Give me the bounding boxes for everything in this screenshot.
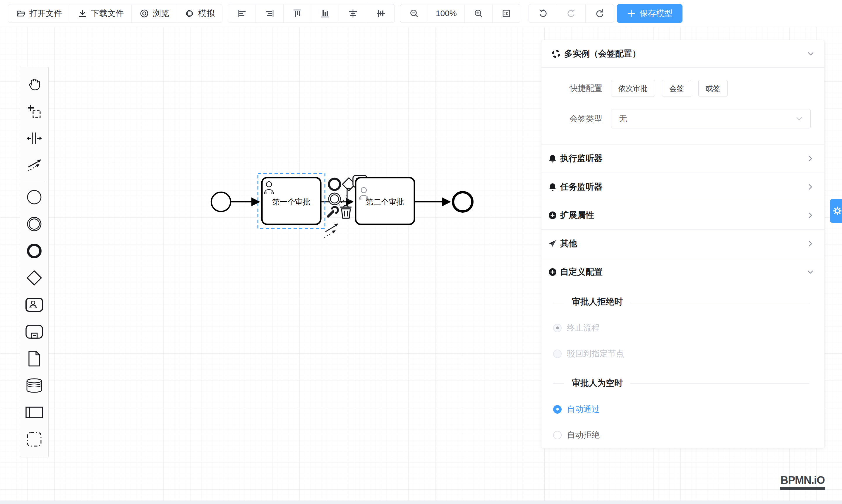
chevron-right-icon (807, 183, 814, 191)
radio-label: 自动拒绝 (567, 429, 600, 440)
task1-label: 第一个审批 (272, 197, 310, 206)
or-sign-button[interactable]: 或签 (698, 80, 727, 97)
section-label: 执行监听器 (560, 153, 602, 164)
quick-config-row: 快捷配置 依次审批 会签 或签 (541, 80, 824, 97)
panel-title: 多实例（会签配置） (564, 48, 641, 60)
radio-label: 驳回到指定节点 (567, 348, 624, 359)
radio-icon (553, 431, 562, 439)
radio-label: 终止流程 (567, 322, 600, 334)
section-label: 扩展属性 (560, 210, 594, 221)
start-event-shape[interactable] (211, 192, 231, 212)
panel-sections: 执行监听器 任务监听器 扩展属性 (541, 144, 824, 286)
append-end-event-icon[interactable] (329, 179, 340, 190)
panel-header[interactable]: 多实例（会签配置） (541, 40, 824, 68)
section-label: 任务监听器 (560, 181, 602, 193)
bell-icon (548, 154, 557, 163)
radio-icon (553, 324, 562, 332)
section-extended-properties[interactable]: 扩展属性 (541, 201, 824, 229)
custom-config-content: 审批人拒绝时 终止流程 驳回到指定节点 审批人为空时 自动通过 自动拒绝 (541, 286, 824, 448)
radio-label: 自动通过 (567, 404, 600, 415)
radio-icon (553, 405, 562, 414)
bpmn-editor: 打开文件 下载文件 浏览 模拟 (0, 0, 842, 504)
bpmn-io-logo[interactable]: BPMN.iO (780, 474, 825, 490)
properties-panel: 多实例（会签配置） 快捷配置 依次审批 会签 或签 会签类型 无 (541, 40, 825, 448)
chevron-right-icon (807, 155, 814, 162)
settings-toggle-tab[interactable] (830, 199, 842, 223)
empty-divider: 审批人为空时 (553, 377, 809, 389)
gear-icon (832, 206, 842, 216)
radio-auto-pass[interactable]: 自动通过 (553, 404, 809, 415)
radio-icon (553, 349, 562, 358)
trash-icon[interactable] (340, 205, 351, 218)
send-icon (548, 239, 557, 248)
chevron-right-icon (807, 212, 814, 219)
section-other[interactable]: 其他 (541, 229, 824, 258)
user-task-2[interactable]: 第二个审批 (355, 178, 415, 224)
radio-terminate-process[interactable]: 终止流程 (553, 322, 809, 334)
chevron-right-icon (807, 240, 814, 247)
chevron-down-icon (807, 50, 814, 58)
bell-icon (548, 182, 557, 192)
reject-divider: 审批人拒绝时 (553, 296, 809, 308)
task2-label: 第二个审批 (366, 197, 404, 206)
sign-type-value: 无 (619, 113, 627, 124)
countersign-button[interactable]: 会签 (662, 80, 691, 97)
chevron-down-icon (796, 115, 803, 122)
radio-return-to-node[interactable]: 驳回到指定节点 (553, 348, 809, 359)
connect-tool-icon[interactable] (324, 223, 338, 237)
empty-divider-title: 审批人为空时 (572, 377, 623, 389)
section-custom-config[interactable]: 自定义配置 (541, 258, 824, 286)
sign-type-row: 会签类型 无 (541, 109, 824, 128)
plus-circle-icon (548, 267, 557, 277)
end-event-shape[interactable] (453, 192, 472, 212)
multi-instance-icon (551, 49, 561, 58)
section-label: 其他 (560, 238, 577, 250)
section-execution-listener[interactable]: 执行监听器 (541, 144, 824, 173)
radio-auto-reject[interactable]: 自动拒绝 (553, 429, 809, 440)
reject-divider-title: 审批人拒绝时 (572, 296, 623, 308)
quick-config-buttons: 依次审批 会签 或签 (611, 80, 727, 97)
sign-type-label: 会签类型 (541, 113, 602, 124)
section-label: 自定义配置 (560, 266, 602, 278)
plus-circle-icon (548, 211, 557, 220)
user-task-1[interactable]: 第一个审批 (262, 178, 321, 224)
append-text-annotation-icon[interactable] (339, 189, 351, 205)
section-task-listener[interactable]: 任务监听器 (541, 173, 824, 201)
chevron-down-icon (807, 269, 814, 275)
append-intermediate-event-icon[interactable] (329, 193, 340, 205)
quick-config-label: 快捷配置 (541, 83, 602, 94)
wrench-icon[interactable] (328, 207, 338, 216)
sequential-approval-button[interactable]: 依次审批 (611, 80, 655, 97)
sign-type-select[interactable]: 无 (611, 109, 811, 128)
